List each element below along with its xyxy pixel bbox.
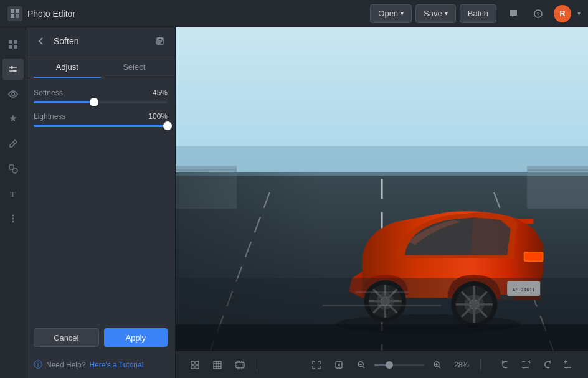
car-image: AE-24611 <box>176 27 588 351</box>
svg-rect-68 <box>191 366 194 369</box>
app-title: Photo Editor <box>27 9 75 19</box>
svg-rect-7 <box>14 40 17 44</box>
sidebar-item-shapes[interactable] <box>2 158 24 179</box>
history-controls <box>496 356 578 374</box>
softness-slider-thumb[interactable] <box>90 98 98 106</box>
svg-rect-1 <box>16 9 19 13</box>
canvas-content[interactable]: AE-24611 <box>176 27 588 351</box>
history-back-button[interactable] <box>496 356 514 374</box>
view-controls <box>186 356 249 374</box>
help-link[interactable]: Here's a Tutorial <box>89 361 143 369</box>
help-button[interactable]: ? <box>529 4 548 23</box>
app-logo: Photo Editor <box>7 6 75 21</box>
panel-help: ⓘ Need Help? Here's a Tutorial <box>26 354 175 378</box>
softness-param: Softness 45% <box>34 88 168 103</box>
zoom-in-button[interactable] <box>428 356 447 374</box>
svg-point-12 <box>11 66 13 69</box>
panel-tabs: Adjust Select <box>26 55 175 78</box>
bottombar-separator-2 <box>480 359 481 371</box>
svg-rect-63 <box>356 291 409 293</box>
lightness-slider[interactable] <box>34 125 168 127</box>
softness-value: 45% <box>153 88 168 97</box>
batch-button[interactable]: Batch <box>460 4 496 23</box>
chat-button[interactable] <box>504 4 523 23</box>
lightness-label: Lightness <box>34 112 65 121</box>
svg-rect-70 <box>214 361 221 369</box>
svg-rect-2 <box>11 14 14 18</box>
softness-slider[interactable] <box>34 101 168 103</box>
svg-rect-3 <box>16 14 19 18</box>
apply-button[interactable]: Apply <box>104 328 168 347</box>
svg-point-19 <box>12 218 14 220</box>
tab-adjust[interactable]: Adjust <box>34 55 101 78</box>
sidebar-item-more[interactable] <box>2 208 24 229</box>
lightness-param: Lightness 100% <box>34 112 168 127</box>
topbar: Photo Editor Open ▾ Save ▾ Batch ? R ▾ <box>0 0 588 27</box>
undo-button[interactable] <box>517 356 536 374</box>
svg-point-14 <box>11 93 14 96</box>
svg-rect-64 <box>323 305 442 306</box>
panel-back-button[interactable] <box>34 34 49 49</box>
sidebar-item-effects[interactable] <box>2 108 24 130</box>
panel-save-icon-button[interactable] <box>153 34 168 49</box>
fit-view-button[interactable] <box>230 356 249 374</box>
zoom-slider-thumb[interactable] <box>386 361 393 369</box>
panel-header: Soften <box>26 27 175 55</box>
sidebar-item-brush[interactable] <box>2 133 24 154</box>
svg-point-20 <box>12 221 14 223</box>
save-button[interactable]: Save ▾ <box>415 4 456 23</box>
svg-rect-67 <box>196 361 199 364</box>
svg-rect-6 <box>9 40 12 44</box>
actual-size-button[interactable] <box>330 356 348 374</box>
sidebar: T <box>0 27 26 378</box>
softness-header: Softness 45% <box>34 88 168 97</box>
grid-view-button[interactable] <box>208 356 227 374</box>
open-button[interactable]: Open ▾ <box>370 4 412 23</box>
save-chevron-icon: ▾ <box>445 10 448 17</box>
zoom-slider[interactable] <box>374 364 424 366</box>
main: T Soften <box>0 27 588 378</box>
layers-view-button[interactable] <box>186 356 204 374</box>
lightness-value: 100% <box>148 112 168 121</box>
svg-point-13 <box>13 70 16 72</box>
avatar-chevron-icon[interactable]: ▾ <box>577 10 581 17</box>
softness-label: Softness <box>34 88 63 97</box>
zoom-controls: 28% <box>307 356 473 374</box>
bottombar-separator-1 <box>257 359 257 371</box>
svg-text:?: ? <box>536 11 539 17</box>
logo-icon <box>7 6 22 21</box>
lightness-header: Lightness 100% <box>34 112 168 121</box>
softness-slider-fill <box>34 101 94 103</box>
lightness-slider-thumb[interactable] <box>163 121 172 130</box>
tab-select[interactable]: Select <box>101 55 168 78</box>
svg-rect-33 <box>176 146 588 176</box>
zoom-out-button[interactable] <box>352 356 371 374</box>
topbar-actions: Open ▾ Save ▾ Batch <box>370 4 496 23</box>
panel-buttons: Cancel Apply <box>26 328 175 354</box>
avatar[interactable]: R <box>554 5 571 22</box>
canvas-area: AE-24611 <box>176 27 588 378</box>
redo-button[interactable] <box>538 356 557 374</box>
svg-line-75 <box>363 366 364 368</box>
svg-point-18 <box>12 215 14 217</box>
svg-text:T: T <box>10 189 16 199</box>
info-icon: ⓘ <box>34 359 42 371</box>
open-chevron-icon: ▾ <box>401 10 404 17</box>
sidebar-item-adjust[interactable] <box>2 59 24 80</box>
history-forward-button[interactable] <box>559 356 578 374</box>
svg-rect-22 <box>158 38 162 40</box>
sidebar-item-layers[interactable] <box>2 34 24 55</box>
sidebar-item-text[interactable]: T <box>2 183 24 204</box>
fit-canvas-button[interactable] <box>307 356 326 374</box>
sidebar-item-eye[interactable] <box>2 83 24 105</box>
svg-rect-40 <box>525 253 543 260</box>
svg-line-78 <box>439 366 440 368</box>
help-text: Need Help? <box>46 361 85 369</box>
bottombar: 28% <box>176 351 588 378</box>
svg-rect-71 <box>235 362 244 367</box>
svg-point-16 <box>12 168 17 173</box>
panel-content: Softness 45% Lightness 100% <box>26 78 175 328</box>
cancel-button[interactable]: Cancel <box>34 328 99 347</box>
svg-rect-69 <box>196 366 199 369</box>
svg-rect-66 <box>191 361 194 364</box>
